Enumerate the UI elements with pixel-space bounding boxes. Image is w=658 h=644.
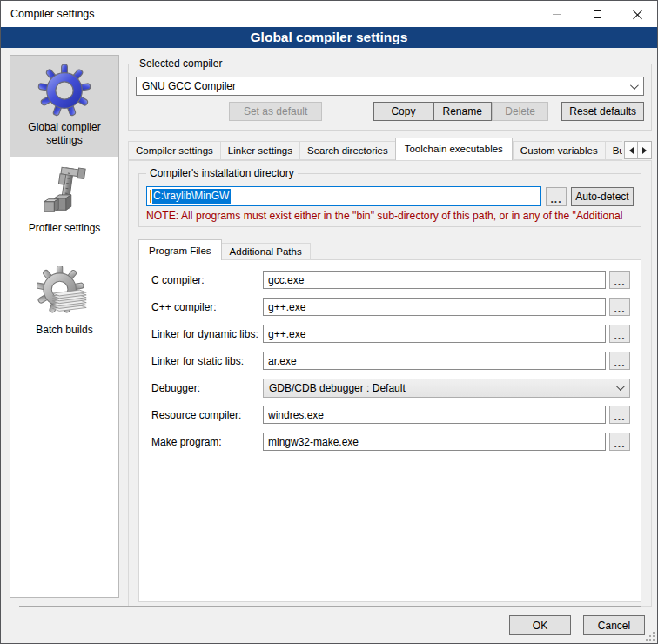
settings-tabstrip: Compiler settings Linker settings Search… [128,138,652,160]
program-files-page: C compiler: ... C++ compiler: ... Linker… [138,259,641,602]
resize-grip[interactable] [646,632,655,641]
c-compiler-browse-button[interactable]: ... [609,271,630,289]
compiler-select[interactable]: GNU GCC Compiler [136,77,644,96]
chevron-down-icon [616,382,625,391]
close-icon [633,10,642,19]
resource-compiler-browse-button[interactable]: ... [609,406,630,424]
linker-static-browse-button[interactable]: ... [609,352,630,370]
browse-directory-button[interactable]: ... [546,187,567,206]
selected-compiler-group: Selected compiler GNU GCC Compiler Set a… [128,64,652,131]
titlebar: Compiler settings [1,1,657,27]
copy-button[interactable]: Copy [373,102,433,121]
compiler-buttons-row: Set as default Copy Rename Delete Reset … [136,102,644,121]
sidebar-item-label: Batch builds [13,324,116,337]
linker-dynamic-label: Linker for dynamic libs: [151,328,263,340]
arrow-left-icon [629,147,634,154]
sidebar-item-profiler-settings[interactable]: Profiler settings [10,157,118,245]
set-as-default-button[interactable]: Set as default [229,102,322,121]
linker-static-input[interactable] [263,352,606,370]
installation-directory-group: Compiler's installation directory C:\ray… [138,173,641,227]
cancel-button[interactable]: Cancel [583,615,645,635]
make-program-label: Make program: [151,436,263,448]
close-button[interactable] [617,1,657,27]
make-program-browse-button[interactable]: ... [609,433,630,451]
c-compiler-input[interactable] [263,271,606,289]
sidebar-item-batch-builds[interactable]: Batch builds [10,258,118,346]
footer-separator [19,606,641,607]
program-files-tabstrip: Program Files Additional Paths [138,239,641,260]
cpp-compiler-browse-button[interactable]: ... [609,298,630,316]
tab-custom-variables[interactable]: Custom variables [513,141,605,160]
linker-dynamic-row: Linker for dynamic libs: ... [151,325,630,343]
installation-directory-legend: Compiler's installation directory [146,167,298,179]
installation-directory-row: C:\raylib\MinGW ... Auto-detect [146,186,634,206]
resource-compiler-input[interactable] [263,406,606,424]
arrow-right-icon [642,147,647,154]
linker-dynamic-input[interactable] [263,325,606,343]
make-program-input[interactable] [263,433,606,451]
tab-scroll-left-button[interactable] [624,141,638,159]
c-compiler-row: C compiler: ... [151,271,630,289]
maximize-button[interactable] [577,1,617,27]
tab-program-files[interactable]: Program Files [138,239,222,260]
gray-gear-stack-icon [37,266,91,320]
linker-dynamic-browse-button[interactable]: ... [609,325,630,343]
tab-compiler-settings[interactable]: Compiler settings [128,141,220,160]
debugger-select[interactable]: GDB/CDB debugger : Default [263,379,630,398]
linker-static-label: Linker for static libs: [151,355,263,367]
tab-toolchain-executables[interactable]: Toolchain executables [395,138,513,160]
settings-sidebar: Global compiler settings [10,55,119,598]
blue-gear-icon [37,64,91,117]
selected-compiler-legend: Selected compiler [136,57,225,70]
caption-buttons [537,1,657,27]
minimize-button[interactable] [537,1,577,27]
maximize-icon [594,10,601,18]
debugger-label: Debugger: [151,382,263,394]
tab-additional-paths[interactable]: Additional Paths [222,243,311,260]
sidebar-item-label: Global compiler settings [13,121,116,147]
chevron-down-icon [630,81,639,90]
installation-directory-input[interactable]: C:\raylib\MinGW [146,186,541,206]
tab-linker-settings[interactable]: Linker settings [220,141,299,160]
reset-defaults-button[interactable]: Reset defaults [561,102,644,121]
auto-detect-button[interactable]: Auto-detect [571,187,634,206]
delete-button[interactable]: Delete [492,102,549,121]
cpp-compiler-row: C++ compiler: ... [151,298,630,316]
linker-static-row: Linker for static libs: ... [151,352,630,370]
compiler-select-value: GNU GCC Compiler [142,80,630,92]
main-panel: Selected compiler GNU GCC Compiler Set a… [128,55,652,607]
bin-subdirectory-note: NOTE: All programs must exist either in … [146,210,634,222]
cpp-compiler-label: C++ compiler: [151,301,263,313]
make-program-row: Make program: ... [151,433,630,451]
resource-compiler-row: Resource compiler: ... [151,406,630,424]
tab-search-directories[interactable]: Search directories [299,141,395,160]
caliper-icon [37,164,91,218]
debugger-row: Debugger: GDB/CDB debugger : Default [151,379,630,397]
tabs-container: Compiler settings Linker settings Search… [128,138,622,160]
page-title: Global compiler settings [1,27,657,48]
minimize-icon [553,14,561,15]
compiler-settings-dialog: Compiler settings Global compiler settin… [0,0,658,644]
tab-scroll-arrows [624,141,652,159]
toolchain-executables-page: Compiler's installation directory C:\ray… [128,160,652,607]
ok-button[interactable]: OK [509,615,571,635]
sidebar-item-label: Profiler settings [13,222,116,235]
window-title: Compiler settings [1,8,537,20]
tab-build-options[interactable]: Build options [605,141,622,160]
footer-buttons: OK Cancel [509,615,645,635]
cpp-compiler-input[interactable] [263,298,606,316]
resource-compiler-label: Resource compiler: [151,409,263,421]
rename-button[interactable]: Rename [433,102,492,121]
installation-directory-value: C:\raylib\MinGW [152,189,231,204]
tab-scroll-right-button[interactable] [638,141,652,159]
sidebar-item-global-compiler-settings[interactable]: Global compiler settings [10,56,118,157]
c-compiler-label: C compiler: [151,274,263,286]
debugger-select-value: GDB/CDB debugger : Default [269,382,616,394]
text-caret [150,190,151,203]
